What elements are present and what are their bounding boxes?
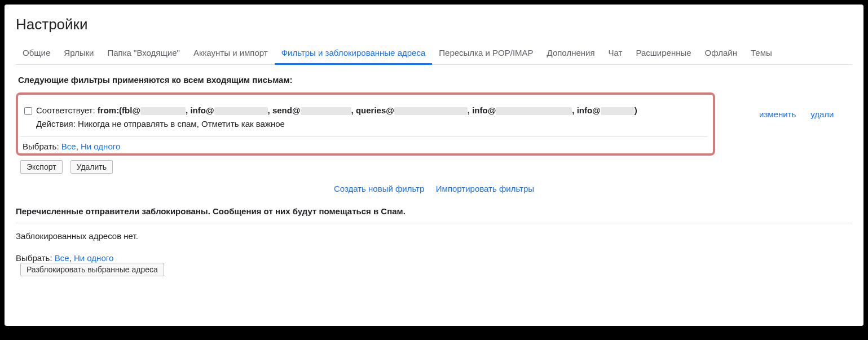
redacted-domain (140, 107, 186, 115)
blocked-select-all-link[interactable]: Все (55, 253, 69, 263)
unblock-row: Разблокировать выбранные адреса (16, 263, 852, 280)
tab-forwarding[interactable]: Пересылка и POP/IMAP (432, 42, 540, 65)
filter-body: Соответствует: from:(fbl@, info@, send@,… (36, 104, 707, 131)
filter-actions-label: Действия: (36, 119, 78, 129)
tab-addons[interactable]: Дополнения (540, 42, 602, 65)
blocked-select-none-link[interactable]: Ни одного (74, 253, 113, 263)
filter-highlight: Соответствует: from:(fbl@, info@, send@,… (16, 92, 715, 156)
filter-edit-links: изменить удали (715, 89, 834, 119)
filter-row: Соответствует: from:(fbl@, info@, send@,… (20, 100, 707, 137)
select-all-link[interactable]: Все (61, 142, 76, 151)
create-import-row: Создать новый фильтр Импортировать фильт… (16, 174, 852, 206)
tab-accounts[interactable]: Аккаунты и импорт (187, 42, 275, 65)
tab-offline[interactable]: Офлайн (698, 42, 744, 65)
select-label: Выбрать: (23, 142, 61, 151)
filter-match-value: from:(fbl@, info@, send@, queries@, info… (98, 105, 637, 115)
filters-button-row: Экспорт Удалить (16, 156, 852, 174)
select-sep: , (76, 142, 81, 151)
redacted-domain (214, 107, 268, 115)
unblock-button[interactable]: Разблокировать выбранные адреса (20, 263, 164, 276)
import-filters-link[interactable]: Импортировать фильтры (436, 184, 534, 193)
blocked-select-label: Выбрать: (16, 253, 55, 263)
blocked-select-row: Выбрать: Все, Ни одного (16, 249, 852, 263)
settings-tabs: Общие Ярлыки Папка "Входящие" Аккаунты и… (16, 42, 852, 65)
page-title: Настройки (16, 16, 852, 33)
tab-themes[interactable]: Темы (744, 42, 779, 65)
redacted-domain (301, 107, 351, 115)
tab-general[interactable]: Общие (16, 42, 57, 65)
redacted-domain (394, 107, 468, 115)
select-none-link[interactable]: Ни одного (81, 142, 120, 151)
settings-window: Настройки Общие Ярлыки Папка "Входящие" … (5, 5, 863, 326)
tab-advanced[interactable]: Расширенные (629, 42, 698, 65)
create-filter-link[interactable]: Создать новый фильтр (334, 184, 424, 193)
filter-actions-value: Никогда не отправлять в спам, Отметить к… (78, 119, 285, 129)
blocked-select-sep: , (69, 253, 74, 263)
blocked-none-text: Заблокированных адресов нет. (16, 223, 852, 249)
delete-filter-link[interactable]: удали (810, 109, 834, 119)
blocked-intro-text: Перечисленные отправители заблокированы.… (16, 206, 852, 223)
filters-content: Следующие фильтры применяются ко всем вх… (16, 65, 852, 280)
tab-inbox[interactable]: Папка "Входящие" (100, 42, 186, 65)
tab-chat[interactable]: Чат (602, 42, 629, 65)
filter-match-label: Соответствует: (36, 105, 98, 115)
edit-filter-link[interactable]: изменить (759, 109, 796, 119)
filters-intro-text: Следующие фильтры применяются ко всем вх… (16, 75, 852, 85)
redacted-domain (601, 107, 635, 115)
redacted-domain (496, 107, 572, 115)
tab-labels[interactable]: Ярлыки (57, 42, 100, 65)
delete-button[interactable]: Удалить (71, 160, 113, 174)
filters-select-row: Выбрать: Все, Ни одного (20, 137, 707, 151)
export-button[interactable]: Экспорт (20, 160, 63, 174)
filter-checkbox[interactable] (24, 107, 32, 115)
tab-filters[interactable]: Фильтры и заблокированные адреса (275, 42, 433, 65)
